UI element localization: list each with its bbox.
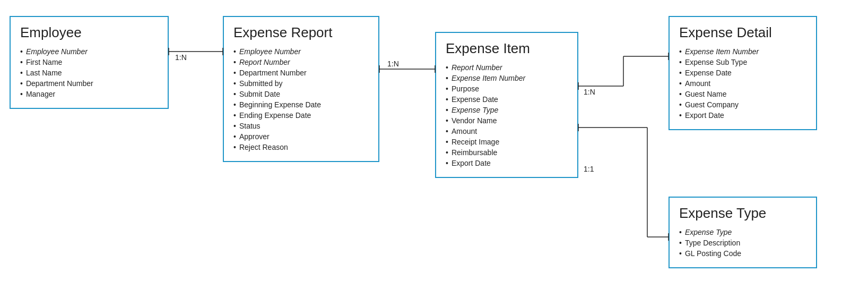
bullet-icon: • bbox=[446, 63, 448, 72]
relation-label-1n-emp-report: 1:N bbox=[175, 53, 187, 62]
list-item: • Employee Number bbox=[233, 46, 369, 57]
bullet-icon: • bbox=[233, 132, 236, 141]
bullet-icon: • bbox=[233, 100, 236, 109]
field-label: Expense Item Number bbox=[685, 47, 759, 56]
field-label: Guest Name bbox=[685, 90, 727, 98]
bullet-icon: • bbox=[679, 69, 682, 77]
list-item: • Status bbox=[233, 121, 369, 131]
bullet-icon: • bbox=[679, 79, 682, 88]
list-item: • Vendor Name bbox=[446, 115, 568, 126]
list-item: • Expense Item Number bbox=[679, 46, 806, 57]
bullet-icon: • bbox=[446, 106, 448, 114]
entity-employee-title: Employee bbox=[20, 24, 158, 41]
list-item: • Expense Type bbox=[446, 105, 568, 115]
field-label: Department Number bbox=[239, 69, 307, 77]
list-item: • Ending Expense Date bbox=[233, 110, 369, 121]
field-label: Purpose bbox=[452, 84, 479, 93]
field-label: Expense Date bbox=[452, 95, 498, 104]
bullet-icon: • bbox=[679, 239, 682, 247]
field-label: Submit Date bbox=[239, 90, 280, 98]
list-item: • Guest Company bbox=[679, 99, 806, 110]
field-label: Guest Company bbox=[685, 100, 739, 109]
list-item: • Export Date bbox=[446, 158, 568, 168]
bullet-icon: • bbox=[446, 116, 448, 125]
bullet-icon: • bbox=[20, 58, 23, 66]
bullet-icon: • bbox=[679, 228, 682, 236]
entity-employee-fields: • Employee Number • First Name • Last Na… bbox=[20, 46, 158, 99]
list-item: • Expense Date bbox=[446, 94, 568, 105]
list-item: • Expense Date bbox=[679, 67, 806, 78]
bullet-icon: • bbox=[20, 90, 23, 98]
field-label: Export Date bbox=[452, 159, 491, 167]
entity-expense-type: Expense Type • Expense Type • Type Descr… bbox=[669, 197, 817, 268]
field-label: Reject Reason bbox=[239, 143, 288, 151]
entity-expense-detail-fields: • Expense Item Number • Expense Sub Type… bbox=[679, 46, 806, 121]
field-label: Ending Expense Date bbox=[239, 111, 311, 120]
bullet-icon: • bbox=[679, 58, 682, 66]
bullet-icon: • bbox=[679, 90, 682, 98]
bullet-icon: • bbox=[233, 90, 236, 98]
field-label: First Name bbox=[26, 58, 62, 66]
bullet-icon: • bbox=[446, 148, 448, 157]
entity-expense-type-title: Expense Type bbox=[679, 205, 806, 222]
entity-expense-report-fields: • Employee Number • Report Number • Depa… bbox=[233, 46, 369, 152]
field-label: Employee Number bbox=[239, 47, 301, 56]
field-label: Type Description bbox=[685, 239, 740, 247]
bullet-icon: • bbox=[20, 69, 23, 77]
field-label: Expense Sub Type bbox=[685, 58, 747, 66]
list-item: • Type Description bbox=[679, 237, 806, 248]
list-item: • Reject Reason bbox=[233, 142, 369, 152]
bullet-icon: • bbox=[679, 47, 682, 56]
list-item: • Guest Name bbox=[679, 89, 806, 99]
field-label: Export Date bbox=[685, 111, 724, 120]
relation-label-1n-item-detail: 1:N bbox=[584, 88, 595, 96]
bullet-icon: • bbox=[446, 74, 448, 82]
field-label: Receipt Image bbox=[452, 138, 499, 146]
list-item: • Expense Sub Type bbox=[679, 57, 806, 67]
list-item: • Amount bbox=[679, 78, 806, 89]
list-item: • GL Posting Code bbox=[679, 248, 806, 259]
entity-expense-report-title: Expense Report bbox=[233, 24, 369, 41]
entity-expense-type-fields: • Expense Type • Type Description • GL P… bbox=[679, 227, 806, 259]
relation-label-1n-report-item: 1:N bbox=[387, 60, 399, 68]
field-label: GL Posting Code bbox=[685, 249, 741, 258]
field-label: Report Number bbox=[239, 58, 290, 66]
entity-employee: Employee • Employee Number • First Name … bbox=[10, 16, 169, 109]
field-label: Reimbursable bbox=[452, 148, 497, 157]
field-label: Report Number bbox=[452, 63, 502, 72]
bullet-icon: • bbox=[446, 95, 448, 104]
entity-expense-detail: Expense Detail • Expense Item Number • E… bbox=[669, 16, 817, 130]
field-label: Approver bbox=[239, 132, 270, 141]
entity-expense-report: Expense Report • Employee Number • Repor… bbox=[223, 16, 379, 162]
list-item: • Report Number bbox=[446, 62, 568, 73]
list-item: • Receipt Image bbox=[446, 137, 568, 147]
field-label: Vendor Name bbox=[452, 116, 497, 125]
field-label: Department Number bbox=[26, 79, 93, 88]
list-item: • Purpose bbox=[446, 83, 568, 94]
bullet-icon: • bbox=[679, 100, 682, 109]
diagram-container: Employee • Employee Number • First Name … bbox=[0, 0, 868, 297]
field-label: Amount bbox=[452, 127, 477, 135]
bullet-icon: • bbox=[233, 143, 236, 151]
bullet-icon: • bbox=[446, 127, 448, 135]
field-label: Expense Type bbox=[452, 106, 498, 114]
bullet-icon: • bbox=[233, 69, 236, 77]
list-item: • Department Number bbox=[20, 78, 158, 89]
bullet-icon: • bbox=[446, 159, 448, 167]
list-item: • Submitted by bbox=[233, 78, 369, 89]
field-label: Expense Item Number bbox=[452, 74, 525, 82]
entity-expense-item-fields: • Report Number • Expense Item Number • … bbox=[446, 62, 568, 168]
bullet-icon: • bbox=[233, 47, 236, 56]
field-label: Submitted by bbox=[239, 79, 283, 88]
list-item: • Beginning Expense Date bbox=[233, 99, 369, 110]
bullet-icon: • bbox=[679, 111, 682, 120]
field-label: Last Name bbox=[26, 69, 62, 77]
bullet-icon: • bbox=[679, 249, 682, 258]
field-label: Employee Number bbox=[26, 47, 88, 56]
list-item: • Last Name bbox=[20, 67, 158, 78]
field-label: Manager bbox=[26, 90, 55, 98]
field-label: Expense Type bbox=[685, 228, 732, 236]
list-item: • First Name bbox=[20, 57, 158, 67]
relation-label-11-item-type: 1:1 bbox=[584, 165, 594, 173]
list-item: • Report Number bbox=[233, 57, 369, 67]
